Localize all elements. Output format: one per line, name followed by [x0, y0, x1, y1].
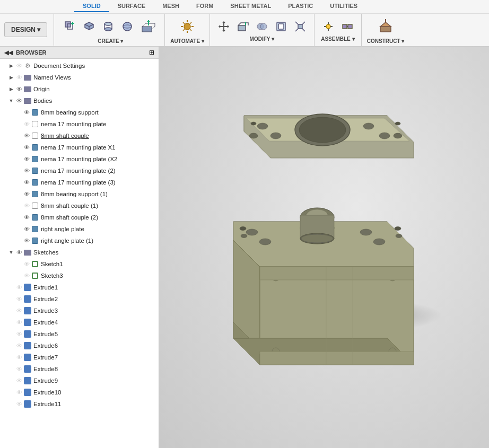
visibility-icon-doc-settings[interactable]: 👁: [15, 62, 23, 70]
visibility-icon-extrude8[interactable]: 👁: [15, 365, 23, 373]
visibility-icon-extrude5[interactable]: 👁: [15, 330, 23, 338]
tree-item-8mm-shaft-2[interactable]: 👁8mm shaft couple (2): [0, 212, 159, 223]
sphere-icon[interactable]: [119, 18, 136, 35]
tree-item-8mm-shaft[interactable]: 👁8mm shaft couple: [0, 130, 159, 142]
visibility-icon-origin[interactable]: 👁: [15, 85, 23, 93]
browser-pin-icon[interactable]: ⊞: [149, 49, 154, 56]
visibility-icon-named-views[interactable]: 👁: [15, 73, 23, 82]
visibility-icon-nema17-3[interactable]: 👁: [22, 178, 31, 187]
visibility-icon-8mm-shaft[interactable]: 👁: [22, 131, 31, 140]
tree-label-extrude8: Extrude8: [33, 366, 58, 372]
tree-item-sketch1[interactable]: 👁Sketch1: [0, 258, 159, 270]
tree-toggle-bodies[interactable]: ▼: [7, 97, 15, 104]
new-component-icon[interactable]: [62, 18, 78, 35]
visibility-icon-8mm-shaft-1[interactable]: 👁: [22, 201, 31, 210]
tree-toggle-sketches[interactable]: ▼: [7, 249, 15, 256]
automate-icon[interactable]: [177, 16, 198, 37]
tab-utilities[interactable]: UTILITIES: [321, 1, 366, 12]
visibility-icon-nema17-2[interactable]: 👁: [22, 166, 31, 175]
combine-icon[interactable]: [254, 18, 270, 35]
shell-icon[interactable]: [273, 18, 290, 35]
tab-solid[interactable]: SOLID: [74, 1, 109, 12]
tab-sheet-metal[interactable]: SHEET METAL: [222, 1, 280, 12]
tree-item-origin[interactable]: ▶👁Origin: [0, 83, 159, 95]
visibility-icon-extrude6[interactable]: 👁: [15, 341, 23, 350]
tab-mesh[interactable]: MESH: [154, 1, 188, 12]
tree-item-doc-settings[interactable]: ▶👁⚙Document Settings: [0, 60, 159, 72]
modify-label[interactable]: MODIFY ▾: [250, 36, 274, 42]
tree-item-extrude4[interactable]: 👁Extrude4: [0, 317, 159, 328]
tree-item-extrude3[interactable]: 👁Extrude3: [0, 305, 159, 317]
svg-rect-16: [278, 24, 284, 29]
visibility-icon-right-angle[interactable]: 👁: [22, 225, 31, 233]
visibility-icon-8mm-bearing[interactable]: 👁: [22, 108, 31, 117]
tab-surface[interactable]: SURFACE: [109, 1, 154, 12]
tree-item-extrude1[interactable]: 👁Extrude1: [0, 282, 159, 293]
visibility-icon-extrude2[interactable]: 👁: [15, 295, 23, 303]
tree-item-right-angle-1[interactable]: 👁right angle plate (1): [0, 235, 159, 247]
tree-item-extrude11[interactable]: 👁Extrude11: [0, 398, 159, 410]
create-label[interactable]: CREATE ▾: [98, 38, 123, 44]
tree-item-extrude9[interactable]: 👁Extrude9: [0, 375, 159, 386]
push-pull-icon[interactable]: [234, 18, 251, 35]
visibility-icon-nema17-x2[interactable]: 👁: [22, 155, 31, 163]
visibility-icon-extrude9[interactable]: 👁: [15, 376, 23, 385]
visibility-icon-8mm-bearing-1[interactable]: 👁: [22, 190, 31, 198]
tree-item-extrude5[interactable]: 👁Extrude5: [0, 328, 159, 340]
visibility-icon-sketch3[interactable]: 👁: [22, 271, 31, 280]
tree-toggle-doc-settings[interactable]: ▶: [7, 62, 15, 69]
visibility-icon-bodies[interactable]: 👁: [15, 96, 23, 105]
visibility-icon-extrude3[interactable]: 👁: [15, 306, 23, 315]
visibility-icon-nema17-plate[interactable]: 👁: [22, 120, 31, 128]
tree-toggle-named-views[interactable]: ▶: [7, 74, 15, 81]
automate-label[interactable]: AUTOMATE ▾: [170, 38, 204, 44]
viewport[interactable]: [159, 47, 489, 448]
tree-item-right-angle[interactable]: 👁right angle plate: [0, 223, 159, 235]
motion-icon[interactable]: [339, 18, 356, 35]
visibility-icon-nema17-x1[interactable]: 👁: [22, 143, 31, 152]
visibility-icon-extrude10[interactable]: 👁: [15, 388, 23, 397]
tree-toggle-extrude1: [7, 284, 15, 291]
tree-item-nema17-3[interactable]: 👁nema 17 mounting plate (3): [0, 177, 159, 188]
scale-icon[interactable]: [292, 18, 309, 35]
visibility-icon-8mm-shaft-2[interactable]: 👁: [22, 213, 31, 222]
tree-item-nema17-plate[interactable]: 👁nema 17 mounting plate: [0, 118, 159, 130]
visibility-icon-extrude7[interactable]: 👁: [15, 353, 23, 362]
joint-icon[interactable]: [320, 18, 337, 35]
tree-item-extrude10[interactable]: 👁Extrude10: [0, 386, 159, 398]
tree-label-right-angle: right angle plate: [41, 226, 84, 232]
tree-item-bodies[interactable]: ▼👁Bodies: [0, 95, 159, 107]
cylinder-icon[interactable]: [100, 18, 117, 35]
tree-item-8mm-bearing-1[interactable]: 👁8mm bearing support (1): [0, 188, 159, 200]
tree-item-nema17-x1[interactable]: 👁nema 17 mounting plate X1: [0, 142, 159, 153]
tree-item-extrude2[interactable]: 👁Extrude2: [0, 293, 159, 305]
tree-item-extrude8[interactable]: 👁Extrude8: [0, 363, 159, 375]
browser-header[interactable]: ◀◀ BROWSER ⊞: [0, 47, 159, 59]
tree-item-8mm-bearing[interactable]: 👁8mm bearing support: [0, 107, 159, 118]
tree-item-extrude6[interactable]: 👁Extrude6: [0, 340, 159, 352]
tab-plastic[interactable]: PLASTIC: [280, 1, 321, 12]
tree-item-sketches[interactable]: ▼👁Sketches: [0, 247, 159, 258]
assemble-label[interactable]: ASSEMBLE ▾: [321, 36, 354, 42]
extrude-icon[interactable]: [138, 16, 159, 37]
tab-form[interactable]: FORM: [188, 1, 222, 12]
construct-label[interactable]: CONSTRUCT ▾: [367, 38, 405, 44]
move-icon[interactable]: [215, 18, 232, 35]
visibility-icon-extrude1[interactable]: 👁: [15, 283, 23, 292]
tree-label-nema17-2: nema 17 mounting plate (2): [41, 168, 116, 174]
tree-toggle-origin[interactable]: ▶: [7, 85, 15, 93]
visibility-icon-sketches[interactable]: 👁: [15, 248, 23, 257]
box-icon[interactable]: [81, 18, 98, 35]
visibility-icon-sketch1[interactable]: 👁: [22, 260, 31, 268]
construct-icon[interactable]: [375, 16, 396, 37]
visibility-icon-right-angle-1[interactable]: 👁: [22, 236, 31, 245]
tree-item-named-views[interactable]: ▶👁Named Views: [0, 72, 159, 83]
tree-item-8mm-shaft-1[interactable]: 👁8mm shaft couple (1): [0, 200, 159, 212]
visibility-icon-extrude11[interactable]: 👁: [15, 400, 23, 408]
visibility-icon-extrude4[interactable]: 👁: [15, 318, 23, 327]
tree-item-extrude7[interactable]: 👁Extrude7: [0, 352, 159, 363]
tree-item-nema17-2[interactable]: 👁nema 17 mounting plate (2): [0, 165, 159, 177]
tree-item-sketch3[interactable]: 👁Sketch3: [0, 270, 159, 282]
design-button[interactable]: DESIGN ▾: [4, 22, 47, 37]
tree-item-nema17-x2[interactable]: 👁nema 17 mounting plate (X2: [0, 153, 159, 165]
